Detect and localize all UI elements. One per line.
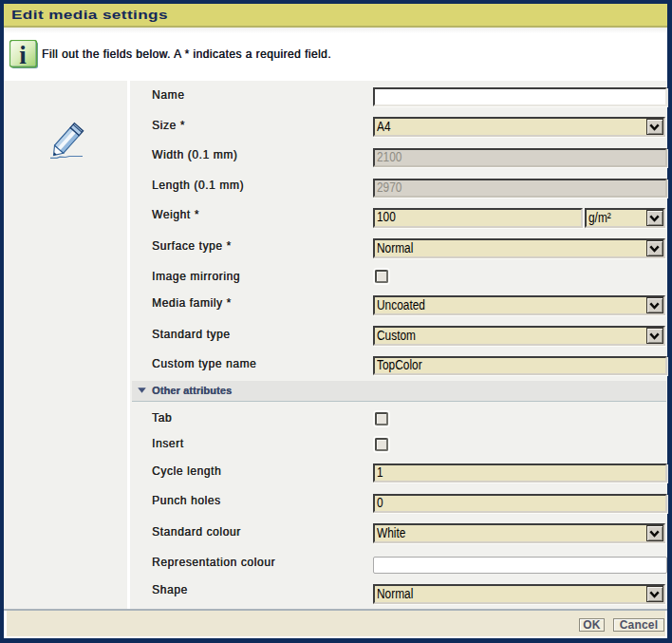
svg-text:i: i bbox=[19, 41, 27, 69]
